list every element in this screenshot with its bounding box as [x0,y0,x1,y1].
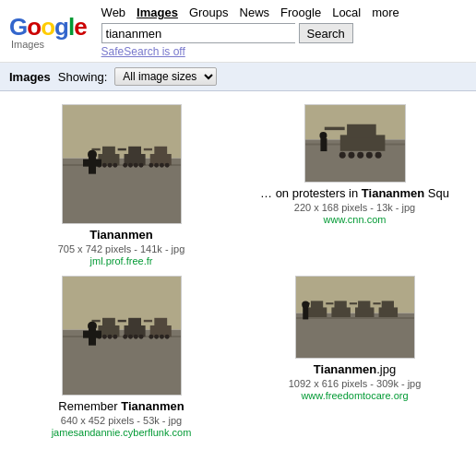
nav-froogle[interactable]: Froogle [280,6,321,19]
result-image-1[interactable] [62,104,182,224]
google-logo: Google [9,15,87,39]
result-image-4[interactable] [295,276,415,359]
nav-links: Web Images Groups News Froogle Local mor… [101,6,467,58]
result-title-suffix-2: Squ [424,186,449,200]
nav-groups[interactable]: Groups [189,6,229,19]
result-title-4: Tiananmen.jpg [314,362,396,376]
result-canvas-4 [296,277,414,358]
logo-e: e [74,13,86,41]
result-image-3[interactable] [62,276,182,396]
result-item-2: … on protesters in Tiananmen Squ 220 x 1… [243,104,467,266]
result-meta-2: 220 x 168 pixels - 13k - jpg [294,202,415,213]
search-input[interactable] [101,23,295,43]
result-canvas-2 [305,105,405,182]
safesearch-link[interactable]: SafeSearch is off [101,45,185,58]
result-title-1: Tiananmen [89,228,152,242]
result-source-1[interactable]: jml.prof.free.fr [90,255,153,266]
nav-news[interactable]: News [240,6,270,19]
logo-g1: G [9,13,27,41]
result-canvas-3 [63,277,181,395]
result-source-3[interactable]: jamesandannie.cyberflunk.com [52,427,192,438]
result-source-2[interactable]: www.cnn.com [324,214,387,225]
search-row: Search [101,23,353,43]
result-source-4[interactable]: www.freedomtocare.org [301,390,408,401]
logo-o2: o [41,13,54,41]
search-button[interactable]: Search [299,23,353,43]
result-title-2: … on protesters in Tiananmen Squ [260,186,449,200]
result-item-1: Tiananmen 705 x 742 pixels - 141k - jpg … [9,104,233,266]
result-title-bold-2: Tiananmen [362,186,424,200]
filter-bar: Images Showing: All image sizes Large Me… [0,63,476,91]
result-title-prefix-2: … on protesters in [260,186,362,200]
result-title-prefix-3: Remember [58,399,121,413]
nav-web[interactable]: Web [101,6,126,19]
result-meta-3: 640 x 452 pixels - 53k - jpg [61,415,182,426]
result-meta-1: 705 x 742 pixels - 141k - jpg [58,243,185,254]
result-canvas-1 [63,105,181,223]
top-nav: Google Images Web Images Groups News Fro… [0,0,476,63]
result-title-bold-4: Tiananmen [314,362,376,376]
logo-o1: o [27,13,41,41]
result-image-2[interactable] [304,104,406,183]
filter-showing-text: Showing: [58,70,107,84]
size-select[interactable]: All image sizes Large Medium Small Wallp… [114,67,217,86]
logo-images-label: Images [9,40,87,50]
result-title-bold-1: Tiananmen [89,228,152,242]
logo-area: Google Images [9,15,87,50]
result-item-3: Remember Tiananmen 640 x 452 pixels - 53… [9,276,233,438]
safesearch-row: SafeSearch is off [101,44,185,58]
results-grid: Tiananmen 705 x 742 pixels - 141k - jpg … [0,91,476,451]
result-title-suffix-4: .jpg [376,362,396,376]
logo-g2: g [54,13,68,41]
result-title-3: Remember Tiananmen [58,399,184,413]
result-title-bold-3: Tiananmen [121,399,184,413]
nav-images[interactable]: Images [137,6,178,19]
nav-links-row: Web Images Groups News Froogle Local mor… [101,6,399,19]
filter-images-label: Images [9,70,51,84]
nav-local[interactable]: Local [332,6,361,19]
result-meta-4: 1092 x 616 pixels - 309k - jpg [289,378,422,389]
result-item-4: Tiananmen.jpg 1092 x 616 pixels - 309k -… [243,276,467,438]
nav-more[interactable]: more [372,6,399,19]
